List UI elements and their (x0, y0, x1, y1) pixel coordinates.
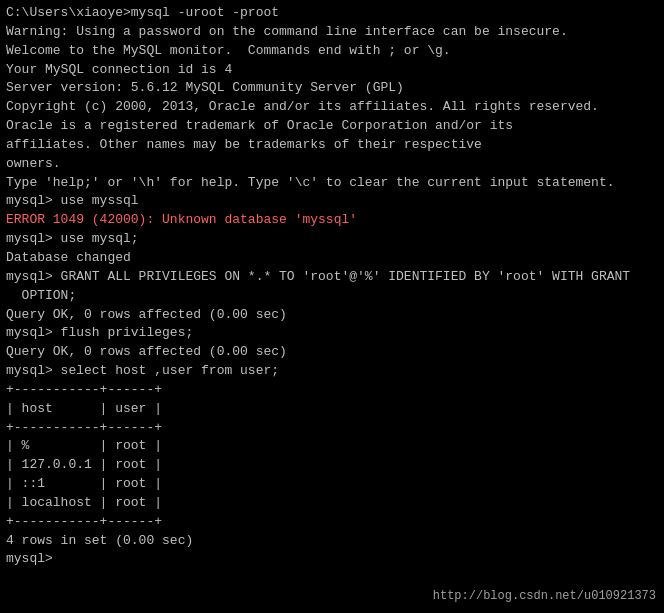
terminal-output: C:\Users\xiaoye>mysql -uroot -prootWarni… (6, 4, 658, 569)
terminal-line-table-top: +-----------+------+ (6, 381, 658, 400)
terminal-line-table-row2: | 127.0.0.1 | root | (6, 456, 658, 475)
terminal-line-oracle2: affiliates. Other names may be trademark… (6, 136, 658, 155)
terminal-line-error-1049: ERROR 1049 (42000): Unknown database 'my… (6, 211, 658, 230)
terminal-line-select-cmd: mysql> select host ,user from user; (6, 362, 658, 381)
terminal-line-table-row1: | % | root | (6, 437, 658, 456)
terminal-line-warning: Warning: Using a password on the command… (6, 23, 658, 42)
terminal-line-copyright1: Copyright (c) 2000, 2013, Oracle and/or … (6, 98, 658, 117)
terminal-line-table-row3: | ::1 | root | (6, 475, 658, 494)
terminal-line-flush-cmd: mysql> flush privileges; (6, 324, 658, 343)
terminal-window: C:\Users\xiaoye>mysql -uroot -prootWarni… (0, 0, 664, 613)
terminal-line-server-ver: Server version: 5.6.12 MySQL Community S… (6, 79, 658, 98)
terminal-line-use-mysql: mysql> use mysql; (6, 230, 658, 249)
terminal-line-final-prompt: mysql> (6, 550, 658, 569)
terminal-line-rows-count: 4 rows in set (0.00 sec) (6, 532, 658, 551)
terminal-line-welcome1: Welcome to the MySQL monitor. Commands e… (6, 42, 658, 61)
watermark: http://blog.csdn.net/u010921373 (433, 589, 656, 603)
terminal-line-table-bot: +-----------+------+ (6, 513, 658, 532)
terminal-line-help-hint: Type 'help;' or '\h' for help. Type '\c'… (6, 174, 658, 193)
terminal-line-db-changed: Database changed (6, 249, 658, 268)
terminal-line-conn-id: Your MySQL connection id is 4 (6, 61, 658, 80)
terminal-line-query-ok1: Query OK, 0 rows affected (0.00 sec) (6, 306, 658, 325)
terminal-line-table-sep: +-----------+------+ (6, 419, 658, 438)
terminal-line-oracle1: Oracle is a registered trademark of Orac… (6, 117, 658, 136)
terminal-line-grant-option: OPTION; (6, 287, 658, 306)
terminal-line-oracle3: owners. (6, 155, 658, 174)
terminal-line-table-header: | host | user | (6, 400, 658, 419)
terminal-line-use-myssql: mysql> use myssql (6, 192, 658, 211)
terminal-line-table-row4: | localhost | root | (6, 494, 658, 513)
terminal-line-cmd-line: C:\Users\xiaoye>mysql -uroot -proot (6, 4, 658, 23)
terminal-line-grant-cmd: mysql> GRANT ALL PRIVILEGES ON *.* TO 'r… (6, 268, 658, 287)
terminal-line-query-ok2: Query OK, 0 rows affected (0.00 sec) (6, 343, 658, 362)
